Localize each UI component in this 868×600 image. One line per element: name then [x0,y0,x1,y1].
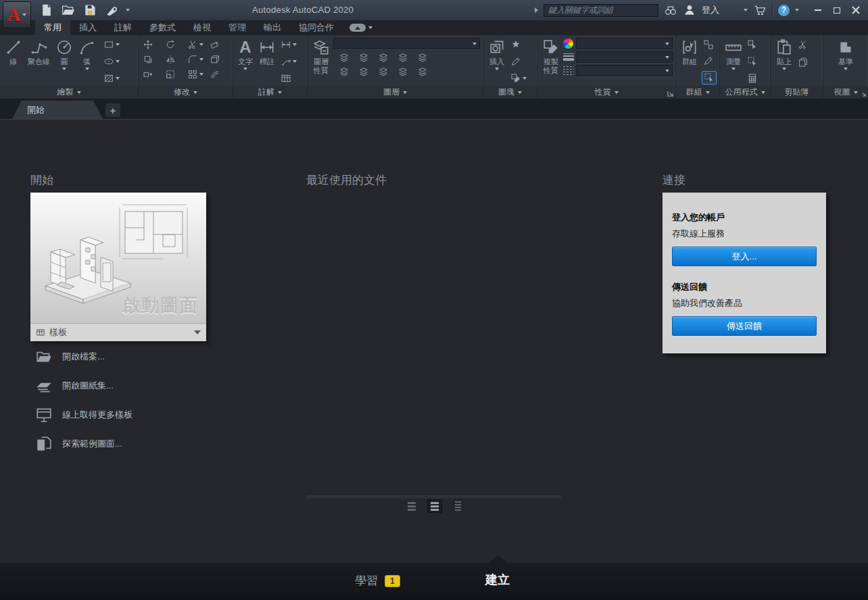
search-input[interactable] [544,4,658,17]
new-drawing-button[interactable] [39,3,54,18]
send-feedback-button[interactable]: 傳送回饋 [672,316,817,336]
open-drawing-button[interactable] [61,3,76,18]
signin-caret-icon[interactable] [744,9,748,11]
ribbon-tab-parametric[interactable]: 參數式 [141,20,185,35]
start-drawing-card[interactable]: 啟動圖面 樣板 [30,193,206,341]
line-button[interactable]: 線 [3,37,24,86]
group-button[interactable]: 群組 [679,37,700,86]
file-tab-start[interactable]: 開始 [12,101,103,119]
panel-label-properties[interactable]: 性質 [537,86,675,99]
hatch-button[interactable] [102,72,121,84]
edit-block-button[interactable] [509,55,528,68]
help-caret-icon[interactable] [795,9,799,11]
dimension-button[interactable]: 標註 [256,37,278,86]
text-button[interactable]: A 文字 [236,37,255,86]
layer-match-button[interactable] [416,51,429,64]
create-tab[interactable]: 建立 [485,572,510,588]
minimize-button[interactable] [809,1,827,20]
ribbon-tab-insert[interactable]: 插入 [70,20,105,35]
layer-thaw-button[interactable] [377,66,390,78]
layer-isolate-button[interactable] [357,51,370,64]
ribbon-tab-output[interactable]: 輸出 [255,20,290,35]
match-properties-button[interactable]: 複製性質 [540,37,562,86]
layer-unisolate-button[interactable] [357,66,370,78]
thumbnail-view-button[interactable] [404,499,419,513]
close-button[interactable] [846,1,865,20]
base-view-button[interactable]: 基準 [835,37,857,86]
offset-button[interactable] [208,68,231,80]
block-attributes-button[interactable] [509,72,528,84]
signin-button[interactable]: 登入... [672,247,817,266]
ribbon-tab-annotate[interactable]: 註解 [105,20,141,35]
arc-button[interactable]: 弧 [76,37,98,86]
circle-button[interactable]: 圓 [53,37,75,86]
layer-on-button[interactable] [337,66,351,78]
app-store-cart-icon[interactable] [753,3,767,17]
detail-view-button[interactable] [427,499,442,513]
application-menu-button[interactable]: A [3,1,31,28]
ribbon-tab-manage[interactable]: 管理 [220,20,255,35]
panel-label-draw[interactable]: 繪製 [0,86,138,99]
move-button[interactable] [141,39,164,51]
lineweight-combobox[interactable] [577,51,673,63]
open-files-link[interactable]: 開啟檔案... [35,348,132,366]
copy-clip-button[interactable] [796,56,810,68]
copy-button[interactable] [141,53,164,66]
layer-select-combobox[interactable] [333,38,480,49]
qat-customize-icon[interactable] [126,9,130,11]
layer-off-button[interactable] [337,51,351,64]
ribbon-tab-home[interactable]: 常用 [35,20,70,35]
get-more-templates-link[interactable]: 線上取得更多樣板 [35,406,132,424]
infocenter-arrow-icon[interactable] [535,7,538,13]
help-icon[interactable]: ? [778,5,790,16]
open-sheet-set-link[interactable]: 開啟圖紙集... [35,377,132,395]
rectangle-button[interactable] [102,39,121,51]
explore-sample-drawings-link[interactable]: 探索範例圖面... [35,435,132,453]
signin-menu[interactable]: 登入 [702,4,719,16]
cut-button[interactable] [796,39,810,51]
table-button[interactable] [279,72,298,84]
array-button[interactable] [186,68,208,80]
panel-label-block[interactable]: 圖塊 [483,86,537,99]
new-drawing-tab-button[interactable]: + [105,103,120,117]
erase-button[interactable] [208,39,231,51]
maximize-button[interactable] [827,1,846,20]
panel-label-utilities[interactable]: 公用程式 [720,86,770,99]
group-selection-toggle[interactable] [702,71,717,84]
ribbon-tab-collaborate[interactable]: 協同合作 [290,20,343,35]
paste-button[interactable]: 貼上 [773,37,795,86]
layer-freeze-button[interactable] [377,51,390,64]
mirror-button[interactable] [164,53,186,66]
create-block-button[interactable] [509,39,528,51]
polyline-button[interactable]: 聚合線 [26,37,52,86]
select-all-button[interactable] [746,55,759,68]
quick-calculator-button[interactable] [746,72,759,84]
panel-label-modify[interactable]: 修改 [139,86,233,99]
panel-label-annotate[interactable]: 註解 [233,86,307,99]
list-view-button[interactable] [450,499,465,513]
view-dialog-launcher-icon[interactable] [860,91,866,97]
save-button[interactable] [82,3,97,18]
insert-block-button[interactable]: 插入 [486,37,508,86]
templates-dropdown[interactable]: 樣板 [30,323,206,341]
ribbon-minimize-button[interactable] [349,20,372,35]
object-color-combobox[interactable] [576,38,673,49]
stretch-button[interactable] [141,68,164,80]
user-icon[interactable] [683,3,696,17]
dimension-style-button[interactable] [279,39,298,51]
layer-lock-button[interactable] [396,51,410,64]
ellipse-button[interactable] [102,55,121,68]
panel-label-layers[interactable]: 圖層 [308,86,483,99]
leader-button[interactable] [279,55,298,68]
trim-button[interactable] [186,39,208,51]
layer-current-button[interactable] [416,66,429,78]
rotate-button[interactable] [164,39,186,51]
linetype-combobox[interactable] [577,65,673,76]
quick-select-button[interactable] [746,39,759,51]
search-icon[interactable] [664,3,677,17]
panel-label-groups[interactable]: 群組 [676,86,719,99]
properties-dialog-launcher-icon[interactable] [667,91,673,97]
learn-tab[interactable]: 學習 1 [355,573,400,589]
explode-button[interactable] [208,53,231,66]
plot-button[interactable] [104,3,119,18]
